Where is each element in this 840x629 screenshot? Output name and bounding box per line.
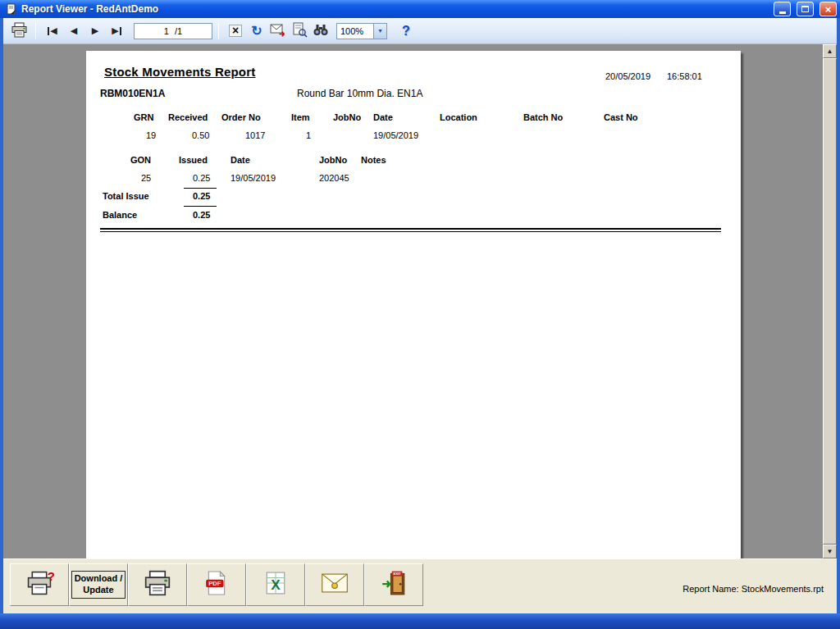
cancel-loading-button[interactable]: × <box>225 21 246 41</box>
report-name-label: Report Name: StockMovements.rpt <box>682 584 824 594</box>
help-icon: ? <box>402 24 410 39</box>
refresh-icon: ↻ <box>251 25 262 38</box>
maximize-icon <box>801 6 809 12</box>
minimize-icon <box>779 11 786 14</box>
previous-page-button[interactable]: ◀ <box>63 21 84 41</box>
received-value: 1 <box>306 130 311 140</box>
received-header: JobNo <box>333 112 361 122</box>
received-header: Order No <box>221 112 261 122</box>
issued-value: 0.25 <box>193 173 210 183</box>
titlebar[interactable]: Report Viewer - RedAntDemo × <box>0 0 840 18</box>
download-update-label: Download / Update <box>71 571 126 599</box>
balance-value: 0.25 <box>193 210 210 220</box>
search-text-button[interactable] <box>310 21 331 41</box>
close-icon: × <box>825 4 832 15</box>
balance-label: Balance <box>103 210 137 220</box>
email-button[interactable] <box>305 563 364 606</box>
pdf-icon: PDF <box>205 571 228 599</box>
received-value: 19 <box>146 130 156 140</box>
zoom-select[interactable]: 100% ▼ <box>336 23 387 39</box>
window-bottom-border <box>0 613 840 629</box>
issued-value: 25 <box>141 173 151 183</box>
download-update-button[interactable]: Download / Update <box>69 563 128 606</box>
toolbar-separator <box>35 23 36 39</box>
last-page-button[interactable]: ▶ <box>106 21 127 41</box>
scroll-up-button[interactable]: ▲ <box>823 44 837 58</box>
received-header: Received <box>168 112 208 122</box>
page-number-box[interactable]: 1 /1 <box>134 23 212 39</box>
export-pdf-button[interactable]: PDF <box>187 563 246 606</box>
issued-header: GON <box>130 155 151 165</box>
svg-text:PDF: PDF <box>208 580 221 587</box>
received-header: Item <box>291 112 310 122</box>
bottom-toolbar: ? Download / Update <box>3 558 837 613</box>
report-time: 16:58:01 <box>667 71 702 81</box>
received-header: Date <box>373 112 393 122</box>
report-date: 20/05/2019 <box>605 71 651 81</box>
stock-description: Round Bar 10mm Dia. EN1A <box>297 88 422 99</box>
next-page-button[interactable]: ▶ <box>84 21 106 41</box>
group-tree-button[interactable] <box>289 21 310 41</box>
excel-icon: X <box>264 572 287 598</box>
chevron-down-icon: ▼ <box>377 28 383 34</box>
issued-header: Issued <box>179 155 208 165</box>
received-value: 0.50 <box>192 130 209 140</box>
vertical-scrollbar[interactable]: ▲ ▼ <box>823 44 837 558</box>
exit-button[interactable]: EXIT <box>364 563 423 606</box>
exit-door-icon: EXIT <box>381 571 406 599</box>
received-header: Location <box>440 112 477 122</box>
scroll-down-icon: ▼ <box>827 548 833 555</box>
red-question-icon: ? <box>48 569 55 583</box>
export-excel-button[interactable]: X <box>246 563 305 606</box>
next-page-icon: ▶ <box>92 26 98 35</box>
svg-text:X: X <box>271 577 281 593</box>
report-title: Stock Movements Report <box>104 65 255 79</box>
received-header: GRN <box>134 112 153 122</box>
refresh-button[interactable]: ↻ <box>246 21 267 41</box>
stock-code: RBM010EN1A <box>100 88 165 99</box>
zoom-value: 100% <box>337 26 373 36</box>
issued-header: Date <box>231 155 250 165</box>
scroll-up-icon: ▲ <box>827 48 833 55</box>
minimize-button[interactable] <box>774 2 791 16</box>
report-viewer-area: Stock Movements Report 20/05/2019 16:58:… <box>3 44 837 558</box>
scroll-down-button[interactable]: ▼ <box>823 545 837 558</box>
toolbar-separator <box>218 23 219 39</box>
app-icon <box>5 3 17 16</box>
printer-icon <box>143 570 172 599</box>
total-issue-label: Total Issue <box>103 191 149 201</box>
viewer-toolbar: ◀ ◀ ▶ ▶ 1 /1 × ↻ <box>3 18 837 44</box>
previous-page-icon: ◀ <box>71 26 77 35</box>
zoom-dropdown-button[interactable]: ▼ <box>373 24 386 39</box>
last-page-icon <box>120 27 121 35</box>
binoculars-icon <box>313 24 329 39</box>
help-button[interactable]: ? <box>395 21 417 41</box>
print-report-button[interactable] <box>128 563 187 606</box>
export-button[interactable] <box>267 21 289 41</box>
total-pages: /1 <box>175 26 182 36</box>
total-rule <box>184 188 217 189</box>
print-button[interactable] <box>8 21 30 41</box>
close-button[interactable]: × <box>819 2 837 16</box>
issued-value: 19/05/2019 <box>231 173 276 183</box>
group-tree-icon <box>292 22 308 40</box>
first-page-button[interactable]: ◀ <box>42 21 63 41</box>
balance-rule <box>184 206 217 207</box>
received-header: Cast No <box>604 112 638 122</box>
issued-header: JobNo <box>319 155 347 165</box>
printer-help-button[interactable]: ? <box>10 563 69 606</box>
section-end-rule <box>100 228 721 232</box>
issued-value: 202045 <box>319 173 349 183</box>
window-title: Report Viewer - RedAntDemo <box>21 3 768 15</box>
received-value: 1017 <box>245 130 265 140</box>
received-value: 19/05/2019 <box>373 130 418 140</box>
maximize-button[interactable] <box>797 2 814 16</box>
printer-icon <box>11 22 28 40</box>
report-page: Stock Movements Report 20/05/2019 16:58:… <box>86 51 741 558</box>
received-header: Batch No <box>523 112 563 122</box>
scrollbar-thumb[interactable] <box>823 58 837 545</box>
cancel-icon: × <box>229 25 242 37</box>
issued-header: Notes <box>361 155 386 165</box>
envelope-icon <box>321 573 349 596</box>
first-page-icon <box>48 27 49 35</box>
